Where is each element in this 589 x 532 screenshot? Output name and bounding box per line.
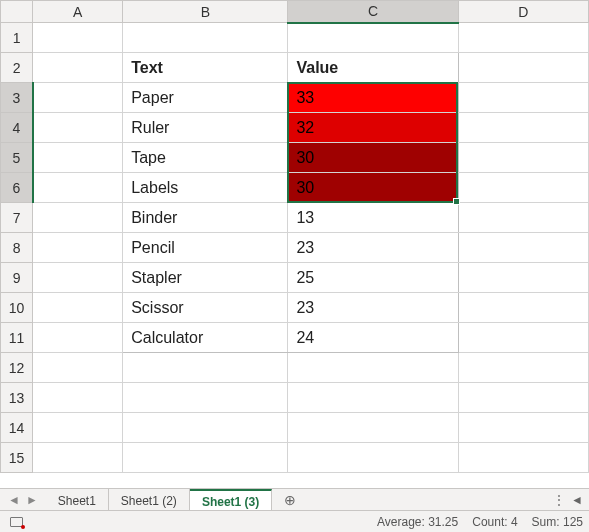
cell-C1[interactable] xyxy=(288,23,458,53)
cell-value: 30 xyxy=(288,173,457,202)
row-header-6[interactable]: 6 xyxy=(1,173,33,203)
cell-D9[interactable] xyxy=(458,263,588,293)
cell-B4[interactable]: Ruler xyxy=(123,113,288,143)
select-all-cell[interactable] xyxy=(1,1,33,23)
cell-D15[interactable] xyxy=(458,443,588,473)
cell-A8[interactable] xyxy=(33,233,123,263)
cell-C15[interactable] xyxy=(288,443,458,473)
cell-B6[interactable]: Labels xyxy=(123,173,288,203)
sheet-tab[interactable]: Sheet1 xyxy=(46,489,109,510)
cell-D14[interactable] xyxy=(458,413,588,443)
cell-A11[interactable] xyxy=(33,323,123,353)
cell-B1[interactable] xyxy=(123,23,288,53)
record-macro-icon[interactable] xyxy=(10,517,23,527)
row-header-12[interactable]: 12 xyxy=(1,353,33,383)
row-header-11[interactable]: 11 xyxy=(1,323,33,353)
cell-B11[interactable]: Calculator xyxy=(123,323,288,353)
row-header-14[interactable]: 14 xyxy=(1,413,33,443)
tab-prev-icon[interactable]: ◄ xyxy=(8,493,20,507)
cell-C13[interactable] xyxy=(288,383,458,413)
cell-A9[interactable] xyxy=(33,263,123,293)
cell-B9[interactable]: Stapler xyxy=(123,263,288,293)
cell-A1[interactable] xyxy=(33,23,123,53)
row-header-5[interactable]: 5 xyxy=(1,143,33,173)
header-text: Text xyxy=(123,53,287,82)
row-header-1[interactable]: 1 xyxy=(1,23,33,53)
cell-D13[interactable] xyxy=(458,383,588,413)
cell-D2[interactable] xyxy=(458,53,588,83)
cell-B13[interactable] xyxy=(123,383,288,413)
cell-B15[interactable] xyxy=(123,443,288,473)
cell-D3[interactable] xyxy=(458,83,588,113)
add-sheet-button[interactable]: ⊕ xyxy=(272,489,308,510)
col-header-C[interactable]: C xyxy=(288,1,458,23)
scroll-left-icon[interactable]: ◄ xyxy=(571,493,583,507)
cell-text: Pencil xyxy=(123,233,287,262)
cell-C10[interactable]: 23 xyxy=(288,293,458,323)
row-header-8[interactable]: 8 xyxy=(1,233,33,263)
row-header-7[interactable]: 7 xyxy=(1,203,33,233)
cell-D5[interactable] xyxy=(458,143,588,173)
cell-D10[interactable] xyxy=(458,293,588,323)
row-header-15[interactable]: 15 xyxy=(1,443,33,473)
cell-C11[interactable]: 24 xyxy=(288,323,458,353)
cell-A4[interactable] xyxy=(33,113,123,143)
cell-C12[interactable] xyxy=(288,353,458,383)
cell-C9[interactable]: 25 xyxy=(288,263,458,293)
cell-C14[interactable] xyxy=(288,413,458,443)
cell-C4[interactable]: 32 xyxy=(288,113,458,143)
cell-A7[interactable] xyxy=(33,203,123,233)
cell-A14[interactable] xyxy=(33,413,123,443)
cell-value: 23 xyxy=(288,293,457,322)
cell-A13[interactable] xyxy=(33,383,123,413)
row-header-4[interactable]: 4 xyxy=(1,113,33,143)
cell-D8[interactable] xyxy=(458,233,588,263)
cell-D11[interactable] xyxy=(458,323,588,353)
cell-B12[interactable] xyxy=(123,353,288,383)
row-header-13[interactable]: 13 xyxy=(1,383,33,413)
cell-A5[interactable] xyxy=(33,143,123,173)
sheet-tab[interactable]: Sheet1 (3) xyxy=(190,489,272,511)
worksheet-grid[interactable]: ABCD12TextValue3Paper334Ruler325Tape306L… xyxy=(0,0,589,488)
cell-C6[interactable]: 30 xyxy=(288,173,458,203)
cell-A2[interactable] xyxy=(33,53,123,83)
tab-nav: ◄ ► xyxy=(0,489,46,510)
cell-A12[interactable] xyxy=(33,353,123,383)
cell-A6[interactable] xyxy=(33,173,123,203)
cell-value: 23 xyxy=(288,233,457,262)
cell-value: 30 xyxy=(288,143,457,172)
cell-B14[interactable] xyxy=(123,413,288,443)
cell-C5[interactable]: 30 xyxy=(288,143,458,173)
cell-D7[interactable] xyxy=(458,203,588,233)
cell-A3[interactable] xyxy=(33,83,123,113)
col-header-B[interactable]: B xyxy=(123,1,288,23)
row-header-3[interactable]: 3 xyxy=(1,83,33,113)
row-header-10[interactable]: 10 xyxy=(1,293,33,323)
cell-text: Ruler xyxy=(123,113,287,142)
cell-B7[interactable]: Binder xyxy=(123,203,288,233)
col-header-A[interactable]: A xyxy=(33,1,123,23)
cell-C8[interactable]: 23 xyxy=(288,233,458,263)
hscroll-area[interactable]: ⋮ ◄ xyxy=(547,489,589,510)
cell-A10[interactable] xyxy=(33,293,123,323)
cell-B2[interactable]: Text xyxy=(123,53,288,83)
cell-B5[interactable]: Tape xyxy=(123,143,288,173)
col-header-D[interactable]: D xyxy=(458,1,588,23)
cell-D12[interactable] xyxy=(458,353,588,383)
cell-C3[interactable]: 33 xyxy=(288,83,458,113)
cell-value: 32 xyxy=(288,113,457,142)
tab-next-icon[interactable]: ► xyxy=(26,493,38,507)
row-header-9[interactable]: 9 xyxy=(1,263,33,293)
cell-A15[interactable] xyxy=(33,443,123,473)
cell-D1[interactable] xyxy=(458,23,588,53)
cell-C2[interactable]: Value xyxy=(288,53,458,83)
cell-B3[interactable]: Paper xyxy=(123,83,288,113)
cell-B8[interactable]: Pencil xyxy=(123,233,288,263)
cell-C7[interactable]: 13 xyxy=(288,203,458,233)
status-count: Count: 4 xyxy=(472,515,517,529)
cell-D6[interactable] xyxy=(458,173,588,203)
cell-D4[interactable] xyxy=(458,113,588,143)
sheet-tab[interactable]: Sheet1 (2) xyxy=(109,489,190,510)
row-header-2[interactable]: 2 xyxy=(1,53,33,83)
cell-B10[interactable]: Scissor xyxy=(123,293,288,323)
